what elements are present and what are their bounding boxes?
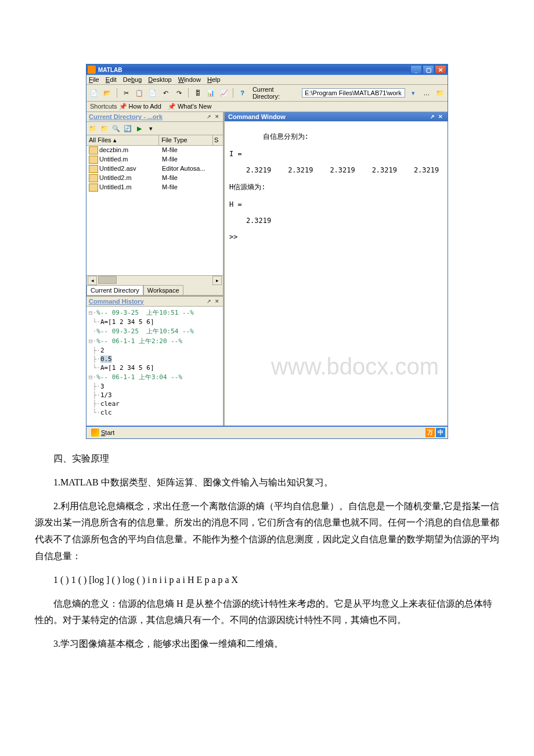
history-item[interactable]: ├·clear — [89, 399, 221, 408]
file-row[interactable]: Untitled2.mM-file — [86, 174, 223, 183]
up-icon[interactable]: 📁 — [88, 123, 98, 134]
undock-icon[interactable]: ↗ — [205, 113, 212, 120]
file-type: M-file — [162, 156, 214, 164]
left-tabs: Current Directory Workspace — [86, 285, 223, 295]
history-item[interactable]: ├·2 — [89, 346, 221, 355]
app-title: MATLAB — [98, 67, 122, 73]
tab-curdir[interactable]: Current Directory — [86, 285, 143, 295]
document-text: 四、实验原理 1.MATLAB 中数据类型、矩阵运算、图像文件输入与输出知识复习… — [35, 451, 499, 653]
file-icon — [89, 165, 98, 173]
open-icon[interactable]: 📂 — [102, 87, 113, 99]
history-item[interactable]: └·A=[1 2 34 5 6] — [89, 318, 221, 326]
close-pane-icon[interactable]: ✕ — [214, 113, 221, 120]
undo-icon[interactable]: ↶ — [160, 87, 171, 99]
col-type[interactable]: File Type — [159, 135, 213, 145]
dir-dropdown-icon[interactable]: ▾ — [407, 87, 418, 99]
cut-icon[interactable]: ✂ — [121, 87, 132, 99]
dir-input[interactable] — [302, 88, 405, 98]
ime-icon-1[interactable]: 万 — [425, 428, 435, 437]
dropdown-icon[interactable]: ▾ — [146, 123, 156, 134]
file-name: Untitled2.m — [99, 174, 162, 182]
watermark: www.bdocx.com — [271, 354, 439, 380]
cmdwin-body[interactable]: 自信息分别为: I = 2.3219 2.3219 2.3219 2.3219 … — [225, 121, 448, 426]
file-name: Untitled2.asv — [99, 165, 162, 173]
curdir-toolbar: 📁 📁 🔍 🔄 ▶ ▾ — [86, 122, 223, 135]
howto-link[interactable]: 📌 How to Add — [119, 103, 161, 110]
shortcuts-bar: Shortcuts 📌 How to Add 📌 What's New — [86, 102, 448, 112]
file-name: Untitled1.m — [99, 183, 162, 192]
help-icon[interactable]: ? — [237, 87, 248, 99]
menu-window[interactable]: Window — [178, 76, 201, 83]
new-folder-icon[interactable]: 📁 — [99, 123, 110, 134]
copy-icon[interactable]: 📋 — [134, 87, 145, 99]
menu-help[interactable]: Help — [207, 76, 221, 83]
maximize-button[interactable]: ▢ — [423, 65, 434, 74]
scroll-thumb[interactable] — [98, 276, 117, 284]
file-name: deczbin.m — [99, 146, 162, 154]
find-icon[interactable]: 🔍 — [111, 123, 121, 134]
guide-icon[interactable]: 📊 — [205, 87, 217, 99]
minimize-button[interactable]: _ — [410, 65, 422, 74]
curdir-title: Current Directory - ...ork — [89, 113, 163, 120]
history-item[interactable]: └·A=[1 2 34 5 6] — [89, 363, 221, 372]
col-s[interactable]: S — [213, 135, 223, 145]
toolbar: 📄 📂 ✂ 📋 📄 ↶ ↷ 🎛 📊 📈 ? Current Directory:… — [86, 85, 448, 102]
history-item[interactable]: ⊟·%-- 09-3-25 上午10:51 --% — [89, 308, 221, 318]
menu-debug[interactable]: Debug — [123, 76, 142, 83]
para-4: 3.学习图像熵基本概念，能够求出图像一维熵和二维熵。 — [35, 636, 499, 653]
file-row[interactable]: Untitled1.mM-file — [86, 183, 223, 192]
undock-cmd-icon[interactable]: ↗ — [429, 113, 436, 120]
tab-workspace[interactable]: Workspace — [143, 285, 183, 295]
history-item[interactable]: ⊟·%-- 06-1-1 上午3:04 --% — [89, 372, 221, 382]
menu-file[interactable]: FFileile — [89, 76, 99, 83]
whatsnew-link[interactable]: 📌 What's New — [168, 103, 211, 110]
file-icon — [89, 174, 98, 182]
file-list-header: All Files ▴ File Type S — [86, 135, 223, 146]
titlebar[interactable]: MATLAB _ ▢ ✕ — [86, 64, 448, 75]
redo-icon[interactable]: ↷ — [174, 87, 185, 99]
hscrollbar[interactable]: ◂ ▸ — [86, 275, 223, 285]
refresh-icon[interactable]: 🔄 — [122, 123, 133, 134]
para-2: 2.利用信息论息熵概念，求出任意一个离散信源的熵（平均自信息量）。自信息是一个随… — [35, 498, 499, 565]
history-item[interactable]: ├·0.5 — [89, 355, 221, 363]
file-row[interactable]: Untitled.mM-file — [86, 155, 223, 164]
col-files[interactable]: All Files ▴ — [86, 135, 159, 145]
up-folder-icon[interactable]: 📁 — [434, 87, 445, 99]
menu-edit[interactable]: Edit — [106, 76, 117, 83]
ime-icon-2[interactable]: 中 — [436, 428, 445, 437]
history-item[interactable]: └·clc — [89, 408, 221, 417]
file-row[interactable]: Untitled2.asvEditor Autosa... — [86, 164, 223, 174]
start-icon — [91, 429, 99, 437]
scroll-left-icon[interactable]: ◂ — [88, 276, 97, 285]
start-button[interactable]: SStarttart — [89, 428, 117, 437]
simulink-icon[interactable]: 🎛 — [192, 87, 203, 99]
history-list[interactable]: ⊟·%-- 09-3-25 上午10:51 --% └·A=[1 2 34 5 … — [86, 307, 223, 426]
para-1: 1.MATLAB 中数据类型、矩阵运算、图像文件输入与输出知识复习。 — [35, 474, 499, 491]
history-item[interactable]: ⊟·%-- 06-1-1 上午2:20 --% — [89, 336, 221, 346]
profiler-icon[interactable]: 📈 — [218, 87, 229, 99]
file-type: M-file — [162, 174, 214, 182]
scroll-right-icon[interactable]: ▸ — [212, 276, 222, 285]
file-type: M-file — [162, 183, 214, 192]
history-item[interactable]: ·%-- 09-3-25 上午10:54 --% — [89, 326, 221, 336]
menu-desktop[interactable]: Desktop — [148, 76, 171, 83]
para-3: 信息熵的意义：信源的信息熵 H 是从整个信源的统计特性来考虑的。它是从平均意义上… — [35, 596, 499, 629]
matlab-window: MATLAB _ ▢ ✕ FFileile Edit Debug Desktop… — [86, 64, 448, 439]
paste-icon[interactable]: 📄 — [147, 87, 158, 99]
close-button[interactable]: ✕ — [435, 65, 446, 74]
shortcuts-label: Shortcuts — [90, 103, 117, 110]
run-icon[interactable]: ▶ — [134, 123, 145, 134]
undock-hist-icon[interactable]: ↗ — [205, 298, 212, 305]
app-icon — [88, 66, 96, 74]
file-icon — [89, 156, 98, 164]
new-icon[interactable]: 📄 — [89, 87, 100, 99]
file-type: Editor Autosa... — [162, 165, 214, 173]
file-type: M-file — [162, 146, 214, 154]
file-list[interactable]: deczbin.mM-fileUntitled.mM-fileUntitled2… — [86, 146, 223, 275]
browse-icon[interactable]: … — [421, 87, 432, 99]
close-cmd-icon[interactable]: ✕ — [437, 113, 444, 120]
file-row[interactable]: deczbin.mM-file — [86, 146, 223, 155]
close-hist-icon[interactable]: ✕ — [214, 298, 221, 305]
history-item[interactable]: ├·3 — [89, 382, 221, 391]
history-item[interactable]: ├·1/3 — [89, 391, 221, 399]
